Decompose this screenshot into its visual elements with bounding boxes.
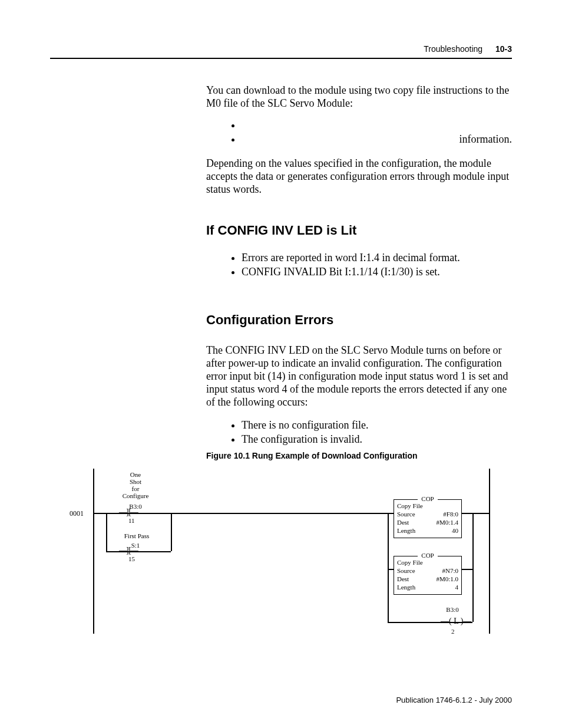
- bullet-item: Errors are reported in word I:1.4 in dec…: [242, 251, 512, 265]
- bullet-list-3: There is no configuration file. The conf…: [231, 418, 512, 446]
- cop-length-label: Length: [397, 526, 415, 535]
- xic-comment-1: One Shot for Configure: [115, 471, 156, 499]
- bullet-list-1: information.: [231, 118, 512, 146]
- cop-dest-value: #M0:1.0: [436, 575, 458, 583]
- publication-footer: Publication 1746-6.1.2 - July 2000: [396, 696, 512, 704]
- bullet-item: There is no configuration file.: [242, 418, 512, 432]
- cop-dest-label: Dest: [397, 575, 409, 583]
- cop-type: Copy File: [397, 502, 423, 510]
- wire: [171, 513, 172, 551]
- heading-configuration-errors: Configuration Errors: [206, 312, 333, 328]
- wire: [472, 513, 474, 622]
- cop-dest-label: Dest: [397, 518, 409, 526]
- page: Troubleshooting 10-3 You can download to…: [0, 0, 562, 728]
- bullet-item: CONFIG INVALID Bit I:1.1/14 (I:1/30) is …: [242, 265, 512, 279]
- cop-title: COP: [418, 552, 437, 559]
- bullet-item: [242, 118, 512, 132]
- xic-comment-2: First Pass: [116, 532, 157, 539]
- cop-length-label: Length: [397, 583, 415, 591]
- header-rule: [50, 58, 512, 59]
- cop-source-label: Source: [397, 566, 415, 575]
- bullet-item: The configuration is invalid.: [242, 432, 512, 446]
- intro-paragraph-1: You can download to the module using two…: [206, 84, 512, 110]
- wire: [472, 513, 489, 514]
- cop-source-label: Source: [397, 510, 415, 518]
- intro-paragraph-3: The CONFIG INV LED on the SLC Servo Modu…: [206, 344, 512, 409]
- right-power-rail: [489, 469, 490, 634]
- heading-config-inv-led: If CONFIG INV LED is Lit: [206, 223, 356, 238]
- xic-icon: —] [—: [119, 547, 137, 554]
- intro-paragraph-2: Depending on the values specified in the…: [206, 157, 512, 196]
- cop-type: Copy File: [397, 558, 423, 566]
- latch-tag: B3:0: [441, 606, 464, 613]
- cop-length-value: 4: [455, 583, 459, 591]
- ladder-diagram: 0001 One Shot for Configure B3:0 —] [— 1…: [71, 469, 491, 637]
- wire: [388, 569, 394, 570]
- xic-bit-1: 11: [128, 517, 135, 524]
- wire: [106, 551, 171, 552]
- cop-dest-value: #M0:1.4: [436, 518, 458, 526]
- wire: [388, 513, 389, 622]
- wire: [462, 569, 472, 570]
- latch-icon: —( L )—: [441, 617, 471, 626]
- cop-source-value: #N7:0: [442, 566, 459, 575]
- running-header: Troubleshooting 10-3: [424, 44, 512, 54]
- wire: [388, 513, 394, 514]
- cop-source-value: #F8:0: [443, 510, 458, 518]
- cop-instruction-1: COP Copy File Source#F8:0 Dest#M0:1.4 Le…: [394, 499, 462, 538]
- left-power-rail: [93, 469, 94, 634]
- wire: [462, 513, 472, 514]
- cop-length-value: 40: [452, 526, 458, 535]
- xic-icon: —] [—: [119, 509, 137, 516]
- bullet-list-2: Errors are reported in word I:1.4 in dec…: [231, 251, 512, 279]
- cop-instruction-2: COP Copy File Source#N7:0 Dest#M0:1.0 Le…: [394, 556, 462, 595]
- bullet-item: information.: [242, 132, 512, 146]
- header-page: 10-3: [495, 44, 512, 54]
- header-section: Troubleshooting: [424, 44, 482, 54]
- rung-number: 0001: [70, 509, 84, 518]
- wire: [93, 513, 388, 514]
- xic-bit-2: 15: [128, 555, 135, 562]
- wire: [106, 513, 107, 551]
- latch-bit: 2: [451, 628, 455, 635]
- cop-title: COP: [418, 495, 437, 502]
- figure-caption: Figure 10.1 Rung Example of Download Con…: [206, 451, 418, 460]
